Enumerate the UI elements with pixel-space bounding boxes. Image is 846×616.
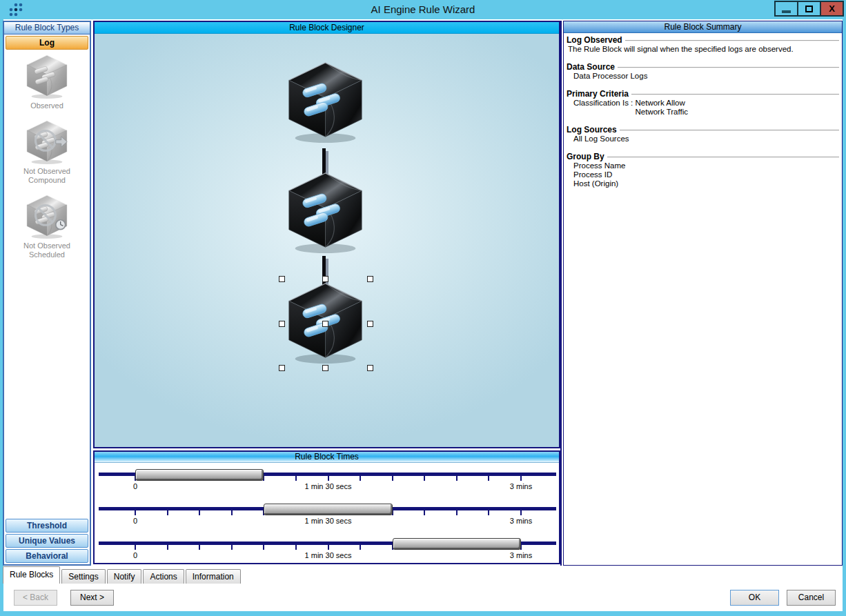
summary-section-title-text: Primary Criteria bbox=[567, 89, 629, 99]
time-tick bbox=[167, 510, 168, 515]
type-section-behavioral[interactable]: Behavioral bbox=[6, 549, 88, 563]
rule-block-cube-log-observed[interactable] bbox=[285, 170, 366, 254]
rule-block-designer-header: Rule Block Designer bbox=[95, 22, 559, 34]
time-tick bbox=[456, 476, 458, 481]
log-rule-type-list: ObservedNot Observed CompoundNot Observe… bbox=[4, 54, 90, 268]
time-tick bbox=[488, 510, 489, 515]
summary-section-log-sources: Log SourcesAll Log Sources bbox=[567, 125, 839, 143]
summary-section-title: Primary Criteria bbox=[567, 89, 839, 99]
time-tick bbox=[328, 476, 329, 481]
tab-information[interactable]: Information bbox=[186, 569, 241, 584]
vertical-separator bbox=[560, 21, 562, 566]
selection-handle[interactable] bbox=[279, 276, 285, 282]
summary-criteria-pair: Classification Is : Network AllowNetwork… bbox=[567, 99, 839, 117]
time-range-slider[interactable] bbox=[393, 538, 521, 550]
summary-section-data-source: Data SourceData Processor Logs bbox=[567, 62, 839, 81]
time-axis-label: 0 bbox=[133, 517, 137, 525]
log-not-observed-scheduled-icon bbox=[25, 194, 69, 239]
selection-handle[interactable] bbox=[279, 321, 285, 327]
rule-block-times-header: Rule Block Times bbox=[95, 452, 559, 463]
time-tick bbox=[135, 510, 136, 515]
rule-type-not-observed-scheduled[interactable]: Not Observed Scheduled bbox=[9, 194, 85, 259]
maximize-icon bbox=[805, 6, 813, 12]
summary-section-primary-criteria: Primary CriteriaClassification Is : Netw… bbox=[567, 89, 839, 117]
tab-rule-blocks[interactable]: Rule Blocks bbox=[3, 566, 60, 584]
selection-handle[interactable] bbox=[367, 276, 373, 282]
log-not-observed-compound-icon bbox=[25, 119, 69, 165]
time-axis-label: 1 min 30 secs bbox=[305, 517, 352, 525]
time-axis-label: 1 min 30 secs bbox=[305, 482, 352, 490]
rule-type-label: Observed bbox=[30, 101, 63, 110]
tab-actions[interactable]: Actions bbox=[143, 569, 184, 584]
summary-section-group-by: Group ByProcess NameProcess IDHost (Orig… bbox=[567, 152, 839, 188]
rule-type-label: Not Observed Compound bbox=[9, 167, 85, 185]
cancel-button[interactable]: Cancel bbox=[787, 590, 836, 606]
summary-value-line: Process ID bbox=[567, 170, 839, 179]
rule-block-designer-canvas[interactable] bbox=[95, 34, 559, 447]
back-button[interactable]: < Back bbox=[14, 590, 57, 606]
window-title: AI Engine Rule Wizard bbox=[0, 3, 846, 15]
time-tick bbox=[295, 545, 297, 550]
time-tick bbox=[167, 545, 168, 550]
rule-block-times-panel: Rule Block Times 01 min 30 secs3 mins01 … bbox=[93, 450, 560, 564]
tab-settings[interactable]: Settings bbox=[61, 569, 105, 584]
minimize-icon bbox=[782, 10, 791, 13]
collapsed-type-sections: ThresholdUnique ValuesBehavioral bbox=[6, 517, 88, 563]
selection-handle[interactable] bbox=[322, 276, 328, 282]
summary-section-rule-line bbox=[618, 67, 839, 68]
type-section-log[interactable]: Log bbox=[6, 36, 88, 50]
summary-value-line: The Rule Block will signal when the spec… bbox=[567, 45, 839, 54]
selection-handle[interactable] bbox=[279, 365, 285, 371]
selection-handle[interactable] bbox=[322, 365, 328, 371]
rule-block-summary-header: Rule Block Summary bbox=[564, 21, 842, 33]
selection-handle[interactable] bbox=[322, 321, 328, 327]
summary-section-title-text: Log Sources bbox=[567, 125, 617, 135]
type-section-unique-values[interactable]: Unique Values bbox=[6, 534, 88, 548]
summary-section-rule-line bbox=[631, 94, 839, 95]
time-tick bbox=[295, 476, 297, 481]
maximize-button[interactable] bbox=[797, 1, 821, 17]
type-section-threshold[interactable]: Threshold bbox=[6, 519, 88, 533]
ok-button[interactable]: OK bbox=[730, 590, 779, 606]
summary-section-title: Data Source bbox=[567, 62, 839, 72]
time-tick bbox=[231, 545, 233, 550]
rule-block-summary-panel: Rule Block Summary Log ObservedThe Rule … bbox=[563, 21, 843, 566]
time-axis-label: 3 mins bbox=[510, 551, 532, 559]
time-tick bbox=[392, 476, 393, 481]
rule-type-not-observed-compound[interactable]: Not Observed Compound bbox=[9, 119, 85, 185]
time-tick bbox=[263, 545, 264, 550]
time-axis-label: 0 bbox=[133, 482, 137, 490]
rule-block-types-header: Rule Block Types bbox=[4, 22, 90, 34]
tab-bar: Rule BlocksSettingsNotifyActionsInformat… bbox=[3, 566, 242, 584]
time-tick bbox=[488, 476, 489, 481]
selection-handle[interactable] bbox=[367, 321, 373, 327]
time-tick bbox=[328, 545, 329, 550]
summary-value-line: Data Processor Logs bbox=[567, 72, 839, 81]
time-tick bbox=[520, 476, 522, 481]
summary-section-rule-line bbox=[620, 130, 839, 131]
close-button[interactable]: X bbox=[820, 1, 844, 17]
tab-notify[interactable]: Notify bbox=[107, 569, 142, 584]
time-tick bbox=[199, 510, 200, 515]
time-axis-label: 3 mins bbox=[510, 482, 532, 490]
time-tick bbox=[520, 510, 522, 515]
time-range-slider[interactable] bbox=[264, 504, 392, 515]
summary-section-title-text: Log Observed bbox=[567, 35, 622, 45]
summary-section-title: Group By bbox=[567, 152, 839, 161]
rule-type-observed[interactable]: Observed bbox=[9, 54, 85, 110]
summary-section-rule-line bbox=[607, 157, 839, 158]
rule-block-time-row: 01 min 30 secs3 mins bbox=[95, 499, 559, 533]
time-axis-label: 3 mins bbox=[510, 517, 532, 525]
minimize-button[interactable] bbox=[774, 1, 798, 17]
rule-block-summary-body: Log ObservedThe Rule Block will signal w… bbox=[564, 33, 842, 199]
rule-block-cube-log-observed[interactable] bbox=[285, 60, 366, 143]
time-range-slider[interactable] bbox=[135, 469, 264, 481]
time-tick bbox=[360, 545, 361, 550]
rule-type-label: Not Observed Scheduled bbox=[9, 241, 85, 259]
next-button[interactable]: Next > bbox=[70, 590, 114, 606]
selection-handle[interactable] bbox=[367, 365, 373, 371]
summary-criteria-value: Network Allow bbox=[635, 99, 687, 108]
summary-section-rule-line bbox=[625, 40, 839, 41]
summary-value-line: Host (Origin) bbox=[567, 179, 839, 188]
rule-block-time-row: 01 min 30 secs3 mins bbox=[95, 533, 559, 568]
